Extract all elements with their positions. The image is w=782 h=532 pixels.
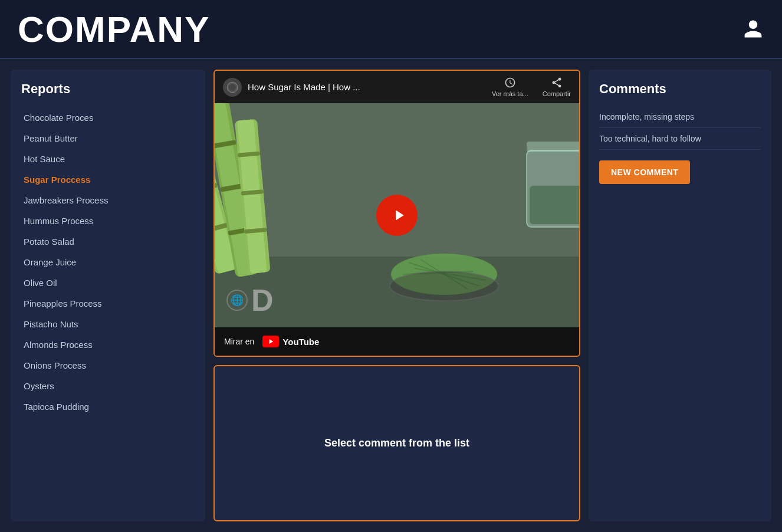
video-container: How Sugar Is Made | How ... Ver más ta..… — [213, 70, 580, 357]
video-top-right: Ver más ta... Compartir — [492, 77, 571, 97]
share-action[interactable]: Compartir — [543, 77, 571, 97]
sidebar-item-jawbreakers[interactable]: Jawbreakers Process — [21, 190, 195, 211]
discovery-icon — [223, 78, 242, 97]
video-title: How Sugar Is Made | How ... — [248, 82, 360, 92]
svg-point-27 — [390, 271, 498, 301]
sidebar-item-hot-sauce[interactable]: Hot Sauce — [21, 149, 195, 169]
watch-on-label: Mirar en — [224, 337, 254, 346]
discovery-d-logo: D — [251, 285, 274, 316]
sidebar: Reports Chocolate Proces Peanut Butter H… — [11, 70, 205, 521]
globe-icon: 🌐 — [226, 290, 248, 311]
svg-rect-20 — [527, 142, 579, 152]
comment-item-1[interactable]: Too technical, hard to follow — [599, 128, 761, 150]
video-top-left: How Sugar Is Made | How ... — [223, 78, 360, 97]
youtube-icon — [262, 336, 279, 347]
sidebar-item-hummus[interactable]: Hummus Process — [21, 211, 195, 231]
sidebar-item-peanut-butter[interactable]: Peanut Butter — [21, 128, 195, 149]
video-bottom-bar: Mirar en YouTube — [215, 327, 579, 356]
sidebar-item-pistacho-nuts[interactable]: Pistacho Nuts — [21, 314, 195, 334]
new-comment-button[interactable]: NEW COMMENT — [599, 160, 690, 184]
sidebar-item-tapioca[interactable]: Tapioca Pudding — [21, 396, 195, 417]
sidebar-item-olive-oil[interactable]: Olive Oil — [21, 272, 195, 293]
watch-later-label: Ver más ta... — [492, 90, 528, 97]
watch-later-action[interactable]: Ver más ta... — [492, 77, 528, 97]
share-label: Compartir — [543, 90, 571, 97]
comment-item-0[interactable]: Incomplete, missing steps — [599, 106, 761, 128]
sidebar-item-almonds[interactable]: Almonds Process — [21, 334, 195, 355]
video-top-bar: How Sugar Is Made | How ... Ver más ta..… — [215, 71, 579, 103]
comment-select-area: Select comment from the list — [213, 365, 580, 521]
sidebar-item-onions[interactable]: Onions Process — [21, 355, 195, 376]
user-avatar[interactable] — [742, 18, 764, 40]
play-button[interactable] — [376, 195, 418, 236]
comment-select-placeholder: Select comment from the list — [324, 437, 469, 449]
comments-panel: Comments Incomplete, missing steps Too t… — [589, 70, 771, 521]
sidebar-item-potato-salad[interactable]: Potato Salad — [21, 231, 195, 252]
sidebar-title: Reports — [21, 81, 195, 97]
company-title: COMPANY — [18, 8, 210, 50]
comments-title: Comments — [599, 81, 761, 97]
sidebar-item-sugar-proccess[interactable]: Sugar Proccess — [21, 169, 195, 190]
youtube-logo[interactable]: YouTube — [262, 336, 319, 347]
app-header: COMPANY — [0, 0, 782, 59]
main-layout: Reports Chocolate Proces Peanut Butter H… — [0, 59, 782, 532]
video-thumbnail[interactable]: 🌐 D — [215, 103, 579, 327]
youtube-label: YouTube — [282, 337, 319, 347]
sidebar-item-pineapples[interactable]: Pineapples Process — [21, 293, 195, 314]
center-panel: How Sugar Is Made | How ... Ver más ta..… — [213, 70, 580, 521]
discovery-watermark: 🌐 D — [226, 285, 274, 316]
sidebar-item-chocolate-proces[interactable]: Chocolate Proces — [21, 107, 195, 128]
svg-rect-19 — [530, 186, 579, 224]
sidebar-item-oysters[interactable]: Oysters — [21, 376, 195, 396]
sidebar-item-orange-juice[interactable]: Orange Juice — [21, 252, 195, 272]
